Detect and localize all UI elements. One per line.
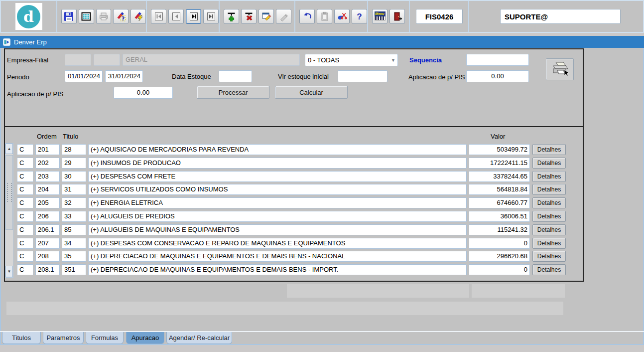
filial-combobox[interactable]: 0 - TODAS ▼ [305,54,398,66]
empresa-nome-field: GERAL [123,54,300,66]
sequencia-field[interactable] [466,54,529,66]
add-record-button[interactable] [224,9,239,24]
help-button[interactable]: ? [352,9,367,24]
row-flag-field[interactable]: C [17,224,33,235]
tab-formulas[interactable]: Formulas [86,332,124,344]
row-flag-field[interactable]: C [17,144,33,155]
row-ordem-field[interactable]: 206 [35,211,60,222]
cut-button[interactable] [334,9,350,24]
nav-previous-button[interactable] [168,9,184,24]
user-field[interactable]: SUPORTE@ [500,9,621,24]
row-descricao-field[interactable]: (+) DEPRECIACAO DE MAQUINAS E EQUIPAMENT… [88,251,467,262]
row-valor-field[interactable]: 564818.84 [469,184,530,195]
row-valor-field[interactable]: 0 [469,238,530,249]
menu-button[interactable]: Menu [372,9,387,24]
row-descricao-field[interactable]: (+) AQUISICAO DE MERCADORIAS PARA REVEND… [88,144,467,155]
row-flag-field[interactable]: C [17,171,33,182]
process-button[interactable] [130,9,146,24]
row-ordem-field[interactable]: 202 [35,158,60,169]
row-ordem-field[interactable]: 204 [35,184,60,195]
periodo-inicio-field[interactable]: 01/01/2024 [65,70,103,82]
row-valor-field[interactable]: 503499.72 [469,144,530,155]
row-descricao-field[interactable]: (+) ALUGUEIS DE MAQUINAS E EQUIPAMENTOS [88,224,467,235]
cancel-edit-button[interactable] [276,9,291,24]
detalhes-button[interactable]: Detalhes [532,184,566,195]
row-ordem-field[interactable]: 201 [35,144,60,155]
row-valor-field[interactable]: 115241.32 [469,224,530,235]
nav-next-button[interactable] [186,9,201,24]
detalhes-button[interactable]: Detalhes [532,238,566,249]
row-flag-field[interactable]: C [17,158,33,169]
data-estoque-field[interactable] [219,70,252,82]
row-descricao-field[interactable]: (+) SERVICOS UTILIZADOS COMO INSUMOS [88,184,467,195]
aplicacao-pis-left-field[interactable]: 0.00 [114,87,173,99]
row-descricao-field[interactable]: (+) ALUGUEIS DE PREDIOS [88,211,467,222]
row-descricao-field[interactable]: (+) DESPESAS COM FRETE [88,171,467,182]
row-ordem-field[interactable]: 203 [35,171,60,182]
edit-record-button[interactable] [258,9,274,24]
row-ordem-field[interactable]: 207 [35,238,60,249]
periodo-fim-field[interactable]: 31/01/2024 [105,70,143,82]
row-titulo-field[interactable]: 28 [62,144,86,155]
detalhes-button[interactable]: Detalhes [532,224,566,235]
row-valor-field[interactable]: 674660.77 [469,197,530,208]
row-flag-field[interactable]: C [17,184,33,195]
row-descricao-field[interactable]: (+) ENERGIA ELETRICA [88,197,467,208]
row-flag-field[interactable]: C [17,238,33,249]
empresa-field[interactable] [65,54,91,66]
detalhes-button[interactable]: Detalhes [532,171,566,182]
print-toolbar-button[interactable] [96,9,112,24]
detalhes-button[interactable]: Detalhes [532,144,566,155]
detalhes-button[interactable]: Detalhes [532,211,566,222]
calcular-button[interactable]: Calcular [275,86,348,99]
chevron-down-icon[interactable]: ▼ [391,55,395,66]
row-valor-field[interactable]: 3378244.65 [469,171,530,182]
row-valor-field[interactable]: 36006.51 [469,211,530,222]
row-valor-field[interactable]: 17222411.15 [469,158,530,169]
paste-button[interactable] [317,9,332,24]
tab-parametros[interactable]: Parametros [43,332,84,344]
detalhes-button[interactable]: Detalhes [532,251,566,262]
detalhes-button[interactable]: Detalhes [532,197,566,208]
processar-button[interactable]: Processar [197,86,269,99]
row-flag-field[interactable]: C [17,197,33,208]
row-titulo-field[interactable]: 351 [62,264,86,275]
row-flag-field[interactable]: C [17,211,33,222]
row-flag-field[interactable]: C [17,251,33,262]
row-titulo-field[interactable]: 30 [62,171,86,182]
row-ordem-field[interactable]: 208 [35,251,60,262]
filial-field[interactable] [94,54,120,66]
row-titulo-field[interactable]: 85 [62,224,86,235]
row-ordem-field[interactable]: 206.1 [35,224,60,235]
row-flag-field[interactable]: C [17,264,33,275]
tab-titulos[interactable]: Titulos [2,332,41,344]
undo-button[interactable] [299,9,315,24]
row-titulo-field[interactable]: 32 [62,197,86,208]
row-descricao-field[interactable]: (+) INSUMOS DE PRODUCAO [88,158,467,169]
delete-record-button[interactable] [241,9,257,24]
row-ordem-field[interactable]: 208.1 [35,264,60,275]
imprimir-button[interactable] [546,58,574,80]
row-titulo-field[interactable]: 33 [62,211,86,222]
detalhes-button[interactable]: Detalhes [532,158,566,169]
row-titulo-field[interactable]: 29 [62,158,86,169]
row-descricao-field[interactable]: (+) DEPRECIACAO DE MAQUINAS E EQUIPAMENT… [88,264,467,275]
exit-button[interactable] [389,9,405,24]
row-titulo-field[interactable]: 34 [62,238,86,249]
aplicacao-pis-right-field[interactable]: 0.00 [466,70,529,82]
row-titulo-field[interactable]: 35 [62,251,86,262]
preview-button[interactable] [79,9,94,24]
row-valor-field[interactable]: 296620.68 [469,251,530,262]
tab-apuracao[interactable]: Apuracao [126,332,164,344]
row-descricao-field[interactable]: (+) DESPESAS COM CONSERVACAO E REPARO DE… [88,238,467,249]
row-valor-field[interactable]: 0 [469,264,530,275]
row-ordem-field[interactable]: 205 [35,197,60,208]
nav-first-button[interactable] [151,9,166,24]
verify-button[interactable]: ? [113,9,129,24]
nav-last-button[interactable] [203,9,219,24]
detalhes-button[interactable]: Detalhes [532,264,566,275]
vlr-estoque-inicial-field[interactable] [338,70,387,82]
row-titulo-field[interactable]: 31 [62,184,86,195]
save-button[interactable] [61,9,77,24]
tab-agendar-recalcular[interactable]: Agendar/ Re-calcular [166,332,232,344]
